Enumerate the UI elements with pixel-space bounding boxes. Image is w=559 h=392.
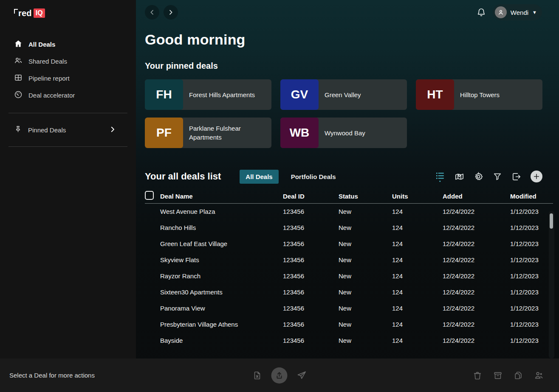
cell-status: New — [339, 252, 392, 268]
cell-units: 124 — [392, 203, 443, 219]
cell-deal-id: 123456 — [283, 252, 339, 268]
cell-deal-id: 123456 — [283, 332, 339, 348]
cell-deal-id: 123456 — [283, 203, 339, 219]
notifications-bell-icon[interactable] — [477, 8, 486, 17]
send-plane-icon[interactable] — [297, 370, 307, 380]
trash-icon[interactable] — [473, 371, 482, 380]
logo-text-iq: IQ — [34, 8, 45, 18]
sidebar-item-pinned-deals[interactable]: Pinned Deals — [0, 123, 136, 137]
chevron-right-icon — [167, 9, 174, 16]
deal-initials-badge: FH — [145, 79, 183, 110]
settings-gear-icon[interactable] — [474, 172, 483, 182]
add-deal-plus-icon[interactable] — [531, 171, 542, 182]
main-content: Wendi ▼ Good morning Your pinned deals F… — [136, 0, 559, 392]
cell-deal-id: 123456 — [283, 316, 339, 332]
table-row[interactable]: Green Leaf East Village 123456 New 124 1… — [145, 235, 553, 252]
cell-status: New — [339, 203, 392, 219]
column-header-units[interactable]: Units — [392, 189, 443, 203]
copy-icon[interactable] — [514, 371, 523, 380]
table-row[interactable]: Presbyterian Village Athens 123456 New 1… — [145, 316, 553, 332]
table-row[interactable]: Rancho Hills 123456 New 124 12/24/2022 1… — [145, 219, 553, 235]
excel-export-icon[interactable] — [253, 371, 262, 380]
cell-modified: 1/12/2023 — [510, 268, 553, 284]
map-view-icon[interactable] — [455, 172, 464, 182]
select-all-checkbox[interactable] — [145, 191, 154, 200]
sidebar-item-shared-deals[interactable]: Shared Deals — [14, 53, 136, 70]
table-row[interactable]: Bayside 123456 New 124 12/24/2022 1/12/2… — [145, 332, 553, 348]
user-menu[interactable]: Wendi ▼ — [493, 4, 542, 20]
cell-added: 12/24/2022 — [443, 316, 510, 332]
pinned-deal-cards: FH Forest Hills Apartments GV Green Vall… — [145, 79, 552, 148]
deals-table: Deal Name Deal ID Status Units Added Mod… — [145, 189, 553, 348]
user-name: Wendi — [511, 9, 528, 16]
export-file-icon[interactable] — [511, 172, 521, 182]
topbar-right: Wendi ▼ — [477, 4, 542, 20]
column-header-added[interactable]: Added — [443, 189, 510, 203]
pinned-deal-card[interactable]: FH Forest Hills Apartments — [145, 79, 271, 110]
deal-name-label: Forest Hills Apartments — [183, 79, 271, 110]
cell-added: 12/24/2022 — [443, 235, 510, 252]
app-window: red IQ All Deals Shared Deals Pipelin — [0, 0, 559, 392]
sidebar-item-label: Pipeline report — [28, 75, 70, 82]
pin-icon — [14, 125, 22, 134]
tab-portfolio-deals[interactable]: Portfolio Deals — [285, 170, 342, 184]
table-row[interactable]: Skyview Flats 123456 New 124 12/24/2022 … — [145, 252, 553, 268]
deal-initials-badge: WB — [280, 118, 319, 148]
filter-funnel-icon[interactable] — [493, 172, 502, 181]
share-user-icon[interactable] — [534, 370, 544, 380]
table-row[interactable]: Panorama View 123456 New 124 12/24/2022 … — [145, 300, 553, 316]
sidebar: red IQ All Deals Shared Deals Pipelin — [0, 0, 136, 392]
rediq-logo: red IQ — [0, 8, 136, 18]
cell-deal-name: Bayside — [160, 332, 283, 348]
row-select-cell — [145, 203, 160, 219]
pinned-deal-card[interactable]: GV Green Valley — [280, 79, 407, 110]
cell-deal-name: Rancho Hills — [160, 219, 283, 235]
cell-modified: 1/12/2023 — [510, 300, 553, 316]
deal-initials-badge: HT — [416, 79, 454, 110]
pinned-deal-card[interactable]: HT Hilltop Towers — [416, 79, 542, 110]
footer-action-bar: Select a Deal for more actions — [0, 358, 559, 392]
list-view-icon[interactable] — [435, 171, 445, 182]
cell-deal-name: Skyview Flats — [160, 252, 283, 268]
pinned-deal-card[interactable]: PF Parklane Fulshear Apartments — [145, 118, 271, 148]
archive-icon[interactable] — [493, 371, 503, 380]
top-bar: Wendi ▼ — [136, 0, 559, 20]
footer-hint-text: Select a Deal for more actions — [0, 372, 95, 379]
column-header-status[interactable]: Status — [339, 189, 392, 203]
cell-units: 124 — [392, 235, 443, 252]
sidebar-item-label: Deal accelerator — [28, 92, 75, 99]
sidebar-item-all-deals[interactable]: All Deals — [14, 36, 136, 53]
cell-deal-name: Panorama View — [160, 300, 283, 316]
scrollbar-track[interactable] — [549, 211, 554, 358]
column-header-modified[interactable]: Modified — [510, 189, 553, 203]
deal-initials-badge: PF — [145, 118, 183, 148]
upload-icon[interactable] — [271, 367, 288, 384]
logo-text-red: red — [18, 8, 32, 18]
sidebar-item-deal-accelerator[interactable]: Deal accelerator — [14, 87, 136, 104]
sidebar-item-label: All Deals — [28, 41, 55, 48]
cell-units: 124 — [392, 332, 443, 348]
column-header-deal-id[interactable]: Deal ID — [283, 189, 339, 203]
pinned-deal-card[interactable]: WB Wynwood Bay — [280, 118, 407, 148]
cell-status: New — [339, 316, 392, 332]
deal-name-label: Hilltop Towers — [454, 79, 542, 110]
deal-name-label: Parklane Fulshear Apartments — [183, 118, 271, 148]
table-row[interactable]: Sixteen30 Apartments 123456 New 124 12/2… — [145, 284, 553, 300]
back-button[interactable] — [145, 5, 159, 20]
table-row[interactable]: Rayzor Ranch 123456 New 124 12/24/2022 1… — [145, 268, 553, 284]
deals-list-header: Your all deals list All Deals Portfolio … — [136, 169, 559, 184]
cell-added: 12/24/2022 — [443, 203, 510, 219]
sidebar-item-label: Shared Deals — [28, 58, 67, 65]
cell-added: 12/24/2022 — [443, 300, 510, 316]
cell-status: New — [339, 332, 392, 348]
sidebar-item-pipeline-report[interactable]: Pipeline report — [14, 70, 136, 87]
table-row[interactable]: West Avenue Plaza 123456 New 124 12/24/2… — [145, 203, 553, 219]
logo-bracket-icon — [14, 9, 18, 14]
forward-button[interactable] — [164, 5, 178, 20]
column-header-deal-name[interactable]: Deal Name — [160, 189, 283, 203]
row-select-cell — [145, 332, 160, 348]
tab-all-deals[interactable]: All Deals — [240, 170, 278, 184]
scrollbar-thumb[interactable] — [550, 213, 553, 229]
cell-added: 12/24/2022 — [443, 219, 510, 235]
cell-deal-name: Green Leaf East Village — [160, 235, 283, 252]
